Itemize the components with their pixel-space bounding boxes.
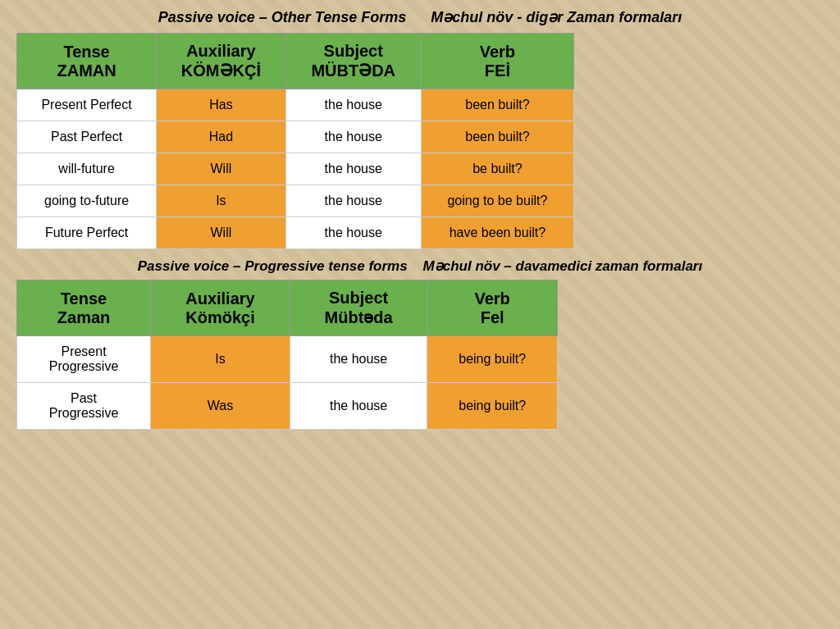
table-row: will-future Will the house be built? (17, 153, 574, 185)
tense-cell: PastProgressive (17, 383, 151, 430)
tense-cell: going to-future (17, 185, 157, 217)
table2-header-row: TenseZaman AuxiliaryKömökçi SubjectMübtə… (17, 280, 558, 336)
title1-right: Məchul növ - digər Zaman formaları (431, 9, 682, 25)
table-row: PastProgressive Was the house being buil… (17, 383, 558, 430)
tense-cell: PresentProgressive (17, 336, 151, 383)
col-verb: VerbFEİ (421, 34, 573, 89)
subject-cell: the house (285, 89, 421, 121)
verb-cell: have been built? (421, 217, 573, 249)
title2-left: Passive voice – Progressive tense forms (138, 258, 408, 274)
auxiliary-cell: Had (157, 121, 286, 153)
verb-cell: be built? (421, 153, 573, 185)
verb-cell: being built? (427, 336, 558, 383)
col2-auxiliary: AuxiliaryKömökçi (151, 280, 290, 336)
table-row: Future Perfect Will the house have been … (17, 217, 574, 249)
auxiliary-cell: Was (151, 383, 290, 430)
page-title-top: Passive voice – Other Tense Forms Məchul… (16, 8, 824, 26)
col2-tense: TenseZaman (17, 280, 151, 336)
tense-cell: Past Perfect (17, 121, 157, 153)
col2-verb: VerbFel (427, 280, 558, 336)
subject-cell: the house (285, 121, 421, 153)
tense-cell: will-future (17, 153, 157, 185)
verb-cell: going to be built? (421, 185, 573, 217)
table-row: Present Perfect Has the house been built… (17, 89, 574, 121)
subject-cell: the house (290, 336, 427, 383)
table-row: Past Perfect Had the house been built? (17, 121, 574, 153)
subject-cell: the house (285, 185, 421, 217)
table2-container: TenseZaman AuxiliaryKömökçi SubjectMübtə… (16, 280, 558, 430)
tense-cell: Present Perfect (17, 89, 157, 121)
table-row: going to-future Is the house going to be… (17, 185, 574, 217)
col2-subject: SubjectMübtəda (290, 280, 427, 336)
auxiliary-cell: Is (151, 336, 290, 383)
subject-cell: the house (290, 383, 427, 430)
table1: TenseZAMAN AuxiliaryKÖMƏKÇİ SubjectMÜBTƏ… (16, 33, 574, 249)
auxiliary-cell: Will (157, 217, 286, 249)
auxiliary-cell: Is (157, 185, 286, 217)
verb-cell: been built? (421, 89, 573, 121)
subject-cell: the house (285, 217, 421, 249)
auxiliary-cell: Will (157, 153, 286, 185)
subject-cell: the house (285, 153, 421, 185)
title2-right: Məchul növ – davamedici zaman formaları (423, 258, 703, 274)
auxiliary-cell: Has (157, 89, 286, 121)
col-subject: SubjectMÜBTƏDA (285, 34, 421, 89)
section-title-progressive: Passive voice – Progressive tense forms … (16, 258, 824, 275)
verb-cell: been built? (421, 121, 573, 153)
col-auxiliary: AuxiliaryKÖMƏKÇİ (157, 34, 286, 89)
tense-cell: Future Perfect (17, 217, 157, 249)
table1-container: TenseZAMAN AuxiliaryKÖMƏKÇİ SubjectMÜBTƏ… (16, 33, 574, 249)
table-row: PresentProgressive Is the house being bu… (17, 336, 558, 383)
verb-cell: being built? (427, 383, 558, 430)
title1-left: Passive voice – Other Tense Forms (158, 9, 406, 25)
col-tense: TenseZAMAN (17, 34, 157, 89)
table2: TenseZaman AuxiliaryKömökçi SubjectMübtə… (16, 280, 558, 430)
table1-header-row: TenseZAMAN AuxiliaryKÖMƏKÇİ SubjectMÜBTƏ… (17, 34, 574, 89)
